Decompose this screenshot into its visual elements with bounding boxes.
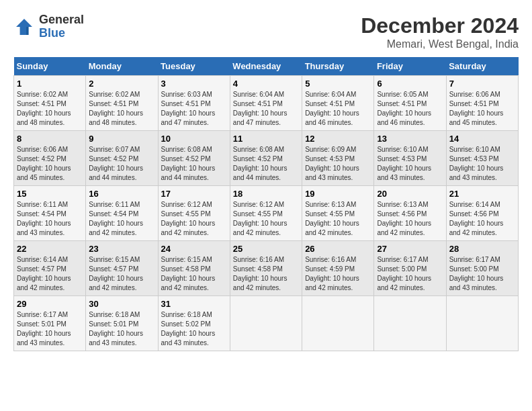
day-number: 24 — [161, 244, 227, 254]
day-info: Sunrise: 6:12 AM Sunset: 4:55 PM Dayligh… — [233, 200, 299, 238]
day-info: Sunrise: 6:10 AM Sunset: 4:53 PM Dayligh… — [449, 145, 515, 183]
day-number: 4 — [233, 79, 299, 89]
calendar-cell: 25 Sunrise: 6:16 AM Sunset: 4:58 PM Dayl… — [230, 241, 302, 296]
day-number: 7 — [449, 79, 515, 89]
calendar-week-row: 8 Sunrise: 6:06 AM Sunset: 4:52 PM Dayli… — [14, 131, 519, 186]
calendar-cell: 2 Sunrise: 6:02 AM Sunset: 4:51 PM Dayli… — [86, 76, 158, 131]
day-info: Sunrise: 6:07 AM Sunset: 4:52 PM Dayligh… — [89, 145, 154, 183]
weekday-header-saturday: Saturday — [446, 57, 518, 76]
day-info: Sunrise: 6:17 AM Sunset: 5:01 PM Dayligh… — [17, 310, 83, 348]
day-info: Sunrise: 6:15 AM Sunset: 4:58 PM Dayligh… — [161, 255, 227, 293]
day-info: Sunrise: 6:05 AM Sunset: 4:51 PM Dayligh… — [377, 90, 443, 128]
day-info: Sunrise: 6:02 AM Sunset: 4:51 PM Dayligh… — [17, 90, 83, 128]
day-info: Sunrise: 6:04 AM Sunset: 4:51 PM Dayligh… — [233, 90, 299, 128]
day-number: 15 — [17, 189, 83, 199]
weekday-header-friday: Friday — [374, 57, 446, 76]
logo-icon — [13, 16, 35, 38]
calendar-cell: 9 Sunrise: 6:07 AM Sunset: 4:52 PM Dayli… — [86, 131, 158, 186]
day-number: 25 — [233, 244, 299, 254]
day-number: 20 — [377, 189, 443, 199]
day-info: Sunrise: 6:06 AM Sunset: 4:51 PM Dayligh… — [449, 90, 515, 128]
calendar-cell: 14 Sunrise: 6:10 AM Sunset: 4:53 PM Dayl… — [446, 131, 518, 186]
day-info: Sunrise: 6:17 AM Sunset: 5:00 PM Dayligh… — [449, 255, 515, 293]
day-number: 19 — [305, 189, 371, 199]
calendar-table: SundayMondayTuesdayWednesdayThursdayFrid… — [13, 57, 519, 351]
day-info: Sunrise: 6:13 AM Sunset: 4:56 PM Dayligh… — [377, 200, 443, 238]
logo: General Blue — [13, 13, 84, 40]
day-number: 29 — [17, 299, 83, 309]
day-number: 27 — [377, 244, 443, 254]
day-number: 2 — [89, 79, 154, 89]
title-area: December 2024 Memari, West Bengal, India — [361, 13, 519, 50]
day-info: Sunrise: 6:08 AM Sunset: 4:52 PM Dayligh… — [233, 145, 299, 183]
day-info: Sunrise: 6:03 AM Sunset: 4:51 PM Dayligh… — [161, 90, 227, 128]
subtitle: Memari, West Bengal, India — [361, 38, 519, 50]
day-number: 11 — [233, 134, 299, 144]
day-info: Sunrise: 6:18 AM Sunset: 5:01 PM Dayligh… — [89, 310, 154, 348]
day-info: Sunrise: 6:11 AM Sunset: 4:54 PM Dayligh… — [17, 200, 83, 238]
weekday-header-tuesday: Tuesday — [158, 57, 230, 76]
logo-line1: General — [39, 13, 84, 27]
weekday-header-row: SundayMondayTuesdayWednesdayThursdayFrid… — [14, 57, 519, 76]
day-number: 9 — [89, 134, 154, 144]
calendar-cell: 3 Sunrise: 6:03 AM Sunset: 4:51 PM Dayli… — [158, 76, 230, 131]
day-number: 31 — [161, 299, 227, 309]
calendar-cell: 27 Sunrise: 6:17 AM Sunset: 5:00 PM Dayl… — [374, 241, 446, 296]
calendar-week-row: 1 Sunrise: 6:02 AM Sunset: 4:51 PM Dayli… — [14, 76, 519, 131]
day-number: 30 — [89, 299, 154, 309]
calendar-cell: 29 Sunrise: 6:17 AM Sunset: 5:01 PM Dayl… — [14, 296, 86, 351]
weekday-header-monday: Monday — [86, 57, 158, 76]
calendar-cell: 13 Sunrise: 6:10 AM Sunset: 4:53 PM Dayl… — [374, 131, 446, 186]
calendar-cell: 12 Sunrise: 6:09 AM Sunset: 4:53 PM Dayl… — [302, 131, 374, 186]
day-info: Sunrise: 6:12 AM Sunset: 4:55 PM Dayligh… — [161, 200, 227, 238]
day-info: Sunrise: 6:15 AM Sunset: 4:57 PM Dayligh… — [89, 255, 154, 293]
day-number: 22 — [17, 244, 83, 254]
calendar-cell: 1 Sunrise: 6:02 AM Sunset: 4:51 PM Dayli… — [14, 76, 86, 131]
day-number: 3 — [161, 79, 227, 89]
calendar-cell: 15 Sunrise: 6:11 AM Sunset: 4:54 PM Dayl… — [14, 186, 86, 241]
day-info: Sunrise: 6:18 AM Sunset: 5:02 PM Dayligh… — [161, 310, 227, 348]
calendar-cell: 5 Sunrise: 6:04 AM Sunset: 4:51 PM Dayli… — [302, 76, 374, 131]
calendar-cell: 6 Sunrise: 6:05 AM Sunset: 4:51 PM Dayli… — [374, 76, 446, 131]
calendar-week-row: 15 Sunrise: 6:11 AM Sunset: 4:54 PM Dayl… — [14, 186, 519, 241]
day-info: Sunrise: 6:11 AM Sunset: 4:54 PM Dayligh… — [89, 200, 154, 238]
day-number: 21 — [449, 189, 515, 199]
calendar-cell: 7 Sunrise: 6:06 AM Sunset: 4:51 PM Dayli… — [446, 76, 518, 131]
calendar-cell: 19 Sunrise: 6:13 AM Sunset: 4:55 PM Dayl… — [302, 186, 374, 241]
day-number: 1 — [17, 79, 83, 89]
calendar-cell: 28 Sunrise: 6:17 AM Sunset: 5:00 PM Dayl… — [446, 241, 518, 296]
day-number: 23 — [89, 244, 154, 254]
day-info: Sunrise: 6:06 AM Sunset: 4:52 PM Dayligh… — [17, 145, 83, 183]
day-info: Sunrise: 6:14 AM Sunset: 4:57 PM Dayligh… — [17, 255, 83, 293]
day-number: 28 — [449, 244, 515, 254]
header: General Blue December 2024 Memari, West … — [13, 13, 519, 50]
day-info: Sunrise: 6:16 AM Sunset: 4:58 PM Dayligh… — [233, 255, 299, 293]
main-title: December 2024 — [361, 13, 519, 38]
day-number: 10 — [161, 134, 227, 144]
calendar-cell: 10 Sunrise: 6:08 AM Sunset: 4:52 PM Dayl… — [158, 131, 230, 186]
weekday-header-thursday: Thursday — [302, 57, 374, 76]
calendar-week-row: 22 Sunrise: 6:14 AM Sunset: 4:57 PM Dayl… — [14, 241, 519, 296]
calendar-cell: 11 Sunrise: 6:08 AM Sunset: 4:52 PM Dayl… — [230, 131, 302, 186]
weekday-header-wednesday: Wednesday — [230, 57, 302, 76]
day-number: 26 — [305, 244, 371, 254]
day-info: Sunrise: 6:17 AM Sunset: 5:00 PM Dayligh… — [377, 255, 443, 293]
calendar-cell: 16 Sunrise: 6:11 AM Sunset: 4:54 PM Dayl… — [86, 186, 158, 241]
calendar-cell: 20 Sunrise: 6:13 AM Sunset: 4:56 PM Dayl… — [374, 186, 446, 241]
day-info: Sunrise: 6:04 AM Sunset: 4:51 PM Dayligh… — [305, 90, 371, 128]
calendar-cell: 21 Sunrise: 6:14 AM Sunset: 4:56 PM Dayl… — [446, 186, 518, 241]
day-number: 18 — [233, 189, 299, 199]
day-number: 12 — [305, 134, 371, 144]
calendar-cell: 18 Sunrise: 6:12 AM Sunset: 4:55 PM Dayl… — [230, 186, 302, 241]
day-number: 6 — [377, 79, 443, 89]
calendar-cell: 31 Sunrise: 6:18 AM Sunset: 5:02 PM Dayl… — [158, 296, 230, 351]
day-number: 5 — [305, 79, 371, 89]
day-number: 16 — [89, 189, 154, 199]
calendar-week-row: 29 Sunrise: 6:17 AM Sunset: 5:01 PM Dayl… — [14, 296, 519, 351]
day-info: Sunrise: 6:10 AM Sunset: 4:53 PM Dayligh… — [377, 145, 443, 183]
calendar-cell: 30 Sunrise: 6:18 AM Sunset: 5:01 PM Dayl… — [86, 296, 158, 351]
day-number: 13 — [377, 134, 443, 144]
logo-text: General Blue — [39, 13, 84, 40]
calendar-cell: 22 Sunrise: 6:14 AM Sunset: 4:57 PM Dayl… — [14, 241, 86, 296]
calendar-cell — [374, 296, 446, 351]
